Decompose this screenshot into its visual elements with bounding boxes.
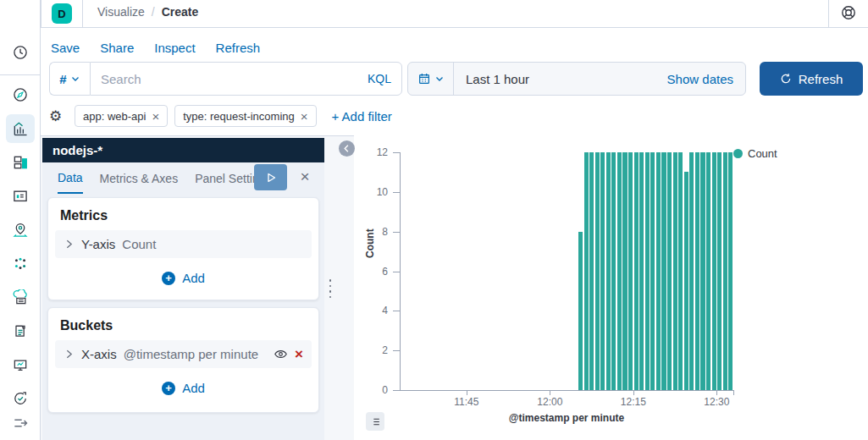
saved-query-menu-button[interactable]: #	[49, 62, 90, 96]
legend-toggle-button[interactable]	[366, 412, 384, 431]
time-range-value[interactable]: Last 1 hour	[454, 72, 667, 86]
x-tickmark	[550, 390, 550, 395]
query-language-button[interactable]: KQL	[368, 72, 391, 85]
metrics-icon[interactable]	[10, 288, 30, 308]
agg-row-value: @timestamp per minute	[124, 347, 267, 361]
bar-12:07[interactable]	[589, 152, 594, 390]
remove-filter-icon[interactable]: ×	[301, 110, 308, 123]
search-input[interactable]: Search KQL	[90, 62, 402, 96]
bar-12:23[interactable]	[678, 152, 683, 390]
inspect-button[interactable]: Inspect	[154, 41, 195, 55]
breadcrumb-section[interactable]: Visualize	[97, 5, 145, 19]
bar-12:27[interactable]	[700, 152, 705, 390]
y-tick-label: 2	[362, 344, 388, 356]
x-axis-agg-row[interactable]: X-axis @timestamp per minute ×	[55, 340, 312, 368]
bar-12:11[interactable]	[611, 152, 616, 390]
bar-12:31[interactable]	[723, 152, 727, 390]
y-tick-label: 12	[362, 146, 388, 158]
bar-12:15[interactable]	[634, 152, 639, 390]
canvas-icon[interactable]	[10, 186, 30, 206]
bar-12:20[interactable]	[661, 152, 666, 390]
tab-data[interactable]: Data	[58, 162, 83, 194]
bar-12:28[interactable]	[706, 152, 710, 390]
dashboard-icon[interactable]	[10, 152, 30, 173]
logs-icon[interactable]	[10, 322, 30, 342]
tab-metrics-axes[interactable]: Metrics & Axes	[100, 162, 179, 194]
header-divider	[41, 0, 41, 28]
bar-12:09[interactable]	[600, 152, 605, 390]
editor-tabs: Data Metrics & Axes Panel Settings ×	[42, 162, 324, 194]
apm-icon[interactable]	[10, 355, 30, 376]
maps-icon[interactable]	[10, 220, 30, 240]
apply-changes-button[interactable]	[254, 164, 287, 190]
collapse-panel-button[interactable]	[339, 140, 355, 157]
uptime-icon[interactable]	[10, 388, 30, 409]
bar-12:05[interactable]	[578, 232, 583, 390]
bar-12:18[interactable]	[650, 152, 655, 390]
panel-resize-handle[interactable]	[329, 279, 332, 298]
bar-12:22[interactable]	[673, 152, 677, 390]
bar-12:24[interactable]	[684, 172, 688, 390]
filter-pill-app[interactable]: app: web-api ×	[75, 105, 168, 127]
y-tick-label: 10	[362, 186, 388, 198]
y-tickmark	[393, 232, 400, 233]
filter-options-gear-icon[interactable]: ⚙	[49, 107, 62, 125]
discover-compass-icon[interactable]	[10, 85, 30, 105]
remove-bucket-icon[interactable]: ×	[295, 347, 303, 361]
bar-12:29[interactable]	[712, 152, 716, 390]
buckets-card: Buckets X-axis @timestamp per minute × +…	[47, 307, 319, 413]
header-divider-3	[828, 0, 829, 28]
bar-12:12[interactable]	[617, 152, 622, 390]
bar-12:06[interactable]	[584, 152, 589, 390]
add-metric-button[interactable]: + Add	[48, 258, 318, 297]
bar-12:19[interactable]	[656, 152, 661, 390]
space-avatar[interactable]: D	[52, 3, 72, 24]
add-bucket-button[interactable]: + Add	[48, 368, 318, 407]
refresh-button[interactable]: Refresh	[760, 62, 863, 96]
filter-bar: app: web-api × type: request-incoming × …	[75, 105, 392, 127]
index-pattern-header: nodejs-*	[42, 138, 324, 162]
search-placeholder: Search	[101, 72, 368, 86]
x-tick-label: 12:15	[612, 396, 655, 408]
bar-12:25[interactable]	[689, 152, 694, 390]
filter-pill-type[interactable]: type: request-incoming ×	[174, 105, 316, 127]
add-bucket-label: Add	[182, 381, 205, 395]
bar-12:21[interactable]	[667, 152, 672, 390]
x-axis-title: @timestamp per minute	[400, 412, 733, 424]
bar-12:26[interactable]	[695, 152, 699, 390]
bar-12:13[interactable]	[622, 152, 627, 390]
machine-learning-icon[interactable]	[10, 254, 30, 274]
y-tickmark	[393, 311, 400, 311]
y-tick-label: 4	[362, 305, 388, 316]
chart-legend[interactable]: Count	[733, 147, 777, 160]
add-filter-button[interactable]: + Add filter	[332, 109, 392, 124]
discard-changes-button[interactable]: ×	[296, 168, 314, 186]
chevron-left-icon	[342, 144, 351, 153]
share-button[interactable]: Share	[100, 41, 134, 55]
refresh-button-label: Refresh	[799, 72, 843, 86]
y-axis-agg-row[interactable]: Y-axis Count	[55, 230, 312, 258]
date-quick-select-button[interactable]	[408, 63, 454, 95]
save-button[interactable]: Save	[51, 41, 80, 55]
agg-row-label: X-axis	[81, 347, 117, 361]
bar-12:14[interactable]	[628, 152, 633, 390]
plus-in-circle-icon: +	[162, 382, 175, 395]
help-icon[interactable]	[840, 4, 857, 25]
remove-filter-icon[interactable]: ×	[152, 110, 159, 123]
visualize-chart-icon[interactable]	[10, 118, 30, 139]
bar-12:10[interactable]	[606, 152, 611, 390]
index-pattern-name: nodejs-*	[53, 143, 102, 157]
show-dates-button[interactable]: Show dates	[667, 72, 745, 86]
breadcrumb: Visualize / Create	[97, 5, 198, 19]
bar-12:16[interactable]	[639, 152, 644, 390]
bar-12:08[interactable]	[595, 152, 600, 390]
recently-viewed-clock-icon[interactable]	[10, 42, 30, 63]
bar-12:17[interactable]	[645, 152, 650, 390]
refresh-link[interactable]: Refresh	[216, 41, 261, 55]
bar-12:30[interactable]	[717, 152, 721, 390]
bar-12:32[interactable]	[728, 152, 733, 390]
eye-icon[interactable]	[274, 347, 288, 361]
collapse-nav-icon[interactable]	[10, 413, 30, 433]
date-picker: Last 1 hour Show dates	[407, 62, 746, 96]
legend-label: Count	[748, 147, 777, 160]
